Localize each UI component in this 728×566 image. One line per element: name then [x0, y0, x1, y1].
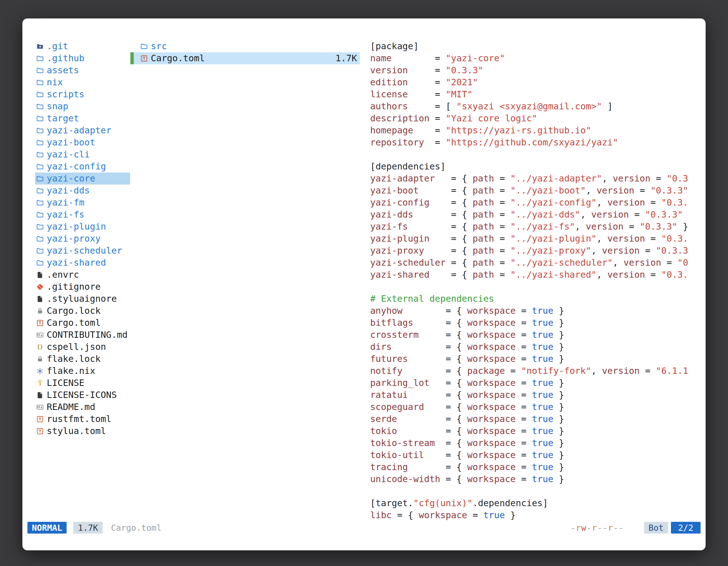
key-icon	[36, 379, 44, 387]
entry-name: yazi-shared	[47, 257, 106, 269]
folder-icon	[36, 127, 44, 135]
preview-line: [target."cfg(unix)".dependencies]	[370, 497, 700, 509]
entry-name: yazi-scheduler	[47, 245, 122, 257]
file-icon	[36, 391, 44, 399]
entry-contributing-md[interactable]: CONTRIBUTING.md	[35, 329, 130, 341]
preview-line	[370, 281, 700, 293]
folder-icon	[36, 139, 44, 147]
entry-rustfmt-toml[interactable]: rustfmt.toml	[35, 413, 130, 425]
entry-size: 1.7K	[335, 52, 360, 64]
entry-stylua-toml[interactable]: stylua.toml	[35, 425, 130, 437]
entry-yazi-shared[interactable]: yazi-shared	[35, 257, 130, 269]
entry-scripts[interactable]: scripts	[35, 88, 130, 100]
scroll-position-badge: Bot	[644, 522, 668, 534]
entry-cargo-toml[interactable]: Cargo.toml1.7K	[130, 52, 360, 64]
entry-git[interactable]: .git	[35, 40, 130, 52]
entry-name: yazi-core	[47, 173, 95, 185]
preview-line: tracing = { workspace = true }	[370, 461, 700, 473]
entry-license-icons[interactable]: LICENSE-ICONS	[35, 389, 130, 401]
entry-yazi-proxy[interactable]: yazi-proxy	[35, 233, 130, 245]
entry-yazi-plugin[interactable]: yazi-plugin	[35, 221, 130, 233]
entry-yazi-core[interactable]: yazi-core	[35, 173, 130, 185]
entry-src[interactable]: src	[130, 40, 360, 52]
entry-name: nix	[47, 76, 63, 88]
preview-line: edition = "2021"	[370, 76, 700, 88]
entry-yazi-dds[interactable]: yazi-dds	[35, 185, 130, 197]
toml-icon	[36, 319, 44, 327]
preview-pane: [package]name = "yazi-core"version = "0.…	[370, 40, 700, 521]
status-bar: NORMAL 1.7K Cargo.toml -rw-r--r-- Bot 2/…	[27, 522, 701, 534]
lock-icon	[36, 355, 44, 363]
preview-line: version = "0.3.3"	[370, 64, 700, 76]
entry-yazi-boot[interactable]: yazi-boot	[35, 137, 130, 149]
permissions-text: -rw-r--r--	[570, 523, 624, 533]
file-icon	[36, 295, 44, 303]
entry-name: rustfmt.toml	[47, 413, 111, 425]
entry-name: yazi-dds	[47, 185, 90, 197]
entry-snap[interactable]: snap	[35, 100, 130, 112]
entry-yazi-scheduler[interactable]: yazi-scheduler	[35, 245, 130, 257]
entry-name: .git	[47, 40, 68, 52]
entry-gitignore[interactable]: .gitignore	[35, 281, 130, 293]
entry-name: snap	[47, 100, 68, 112]
entry-assets[interactable]: assets	[35, 64, 130, 76]
entry-name: Cargo.toml	[47, 317, 101, 329]
preview-line: yazi-fs = { path = "../yazi-fs", version…	[370, 221, 700, 233]
entry-readme-md[interactable]: README.md	[35, 401, 130, 413]
entry-name: scripts	[47, 88, 84, 100]
entry-yazi-fm[interactable]: yazi-fm	[35, 197, 130, 209]
preview-line: # External dependencies	[370, 293, 700, 305]
entry-yazi-cli[interactable]: yazi-cli	[35, 149, 130, 161]
entry-name: README.md	[47, 401, 95, 413]
folder-icon	[36, 247, 44, 255]
entry-name: src	[151, 40, 167, 52]
json-icon: {}	[36, 343, 44, 351]
entry-envrc[interactable]: .envrc	[35, 269, 130, 281]
preview-line: serde = { workspace = true }	[370, 413, 700, 425]
preview-line: tokio-util = { workspace = true }	[370, 449, 700, 461]
preview-line: yazi-adapter = { path = "../yazi-adapter…	[370, 173, 700, 185]
preview-line: tokio = { workspace = true }	[370, 425, 700, 437]
folder-icon	[36, 163, 44, 171]
file-icon	[36, 271, 44, 279]
folder-icon	[36, 223, 44, 231]
preview-line: futures = { workspace = true }	[370, 353, 700, 365]
preview-line: license = "MIT"	[370, 88, 700, 100]
status-left: NORMAL 1.7K Cargo.toml	[27, 522, 161, 534]
entry-name: yazi-config	[47, 161, 106, 173]
entry-cargo-lock[interactable]: Cargo.lock	[35, 305, 130, 317]
folder-icon	[140, 43, 148, 50]
cursor-page-badge: 2/2	[671, 522, 701, 534]
entry-name: .gitignore	[47, 281, 101, 293]
folder-git-icon	[36, 43, 44, 50]
preview-line: yazi-plugin = { path = "../yazi-plugin",…	[370, 233, 700, 245]
terminal-window: .git.githubassetsnixscriptssnaptargetyaz…	[22, 18, 706, 550]
preview-line: ratatui = { workspace = true }	[370, 389, 700, 401]
entry-target[interactable]: target	[35, 112, 130, 125]
entry-name: LICENSE	[47, 377, 84, 389]
status-file-name: Cargo.toml	[111, 523, 162, 533]
file-size-badge: 1.7K	[73, 522, 102, 534]
entry-flake-lock[interactable]: flake.lock	[35, 353, 130, 365]
entry-yazi-fs[interactable]: yazi-fs	[35, 209, 130, 221]
entry-name: yazi-boot	[47, 137, 95, 149]
entry-github[interactable]: .github	[35, 52, 130, 64]
mode-badge: NORMAL	[27, 522, 67, 534]
md-icon	[36, 331, 44, 339]
nix-icon	[36, 367, 44, 375]
preview-line: authors = [ "sxyazi <sxyazi@gmail.com>" …	[370, 100, 700, 112]
entry-cargo-toml[interactable]: Cargo.toml	[35, 317, 130, 329]
preview-line: dirs = { workspace = true }	[370, 341, 700, 353]
entry-yazi-adapter[interactable]: yazi-adapter	[35, 125, 130, 137]
entry-cspell-json[interactable]: {}cspell.json	[35, 341, 130, 353]
entry-name: .styluaignore	[47, 293, 117, 305]
entry-nix[interactable]: nix	[35, 76, 130, 88]
preview-line: yazi-proxy = { path = "../yazi-proxy", v…	[370, 245, 700, 257]
entry-yazi-config[interactable]: yazi-config	[35, 161, 130, 173]
entry-license[interactable]: LICENSE	[35, 377, 130, 389]
parent-pane: .git.githubassetsnixscriptssnaptargetyaz…	[35, 40, 130, 437]
preview-line: scopeguard = { workspace = true }	[370, 401, 700, 413]
entry-styluaignore[interactable]: .styluaignore	[35, 293, 130, 305]
svg-text:{}: {}	[37, 344, 43, 350]
entry-flake-nix[interactable]: flake.nix	[35, 365, 130, 377]
